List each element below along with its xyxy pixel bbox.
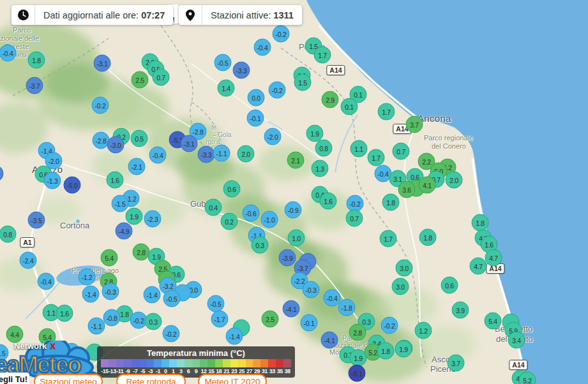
station-marker[interactable]: -1.2: [79, 269, 96, 286]
station-marker[interactable]: 1.1: [351, 140, 368, 158]
station-marker[interactable]: -0.9: [285, 202, 302, 219]
station-marker[interactable]: -1.5: [112, 195, 129, 212]
station-marker[interactable]: 4.1: [419, 177, 436, 194]
station-marker[interactable]: -0.2: [92, 97, 109, 114]
station-marker[interactable]: 4.7: [485, 249, 502, 267]
station-marker[interactable]: 1.6: [320, 193, 337, 210]
station-marker[interactable]: -0.2: [273, 26, 290, 43]
station-marker[interactable]: 1.5: [294, 74, 312, 91]
station-marker[interactable]: 0.8: [315, 140, 333, 157]
station-marker[interactable]: 0.7: [153, 69, 170, 86]
station-marker[interactable]: -3.5: [28, 212, 45, 229]
footer-button-meteo-it-2020[interactable]: Meteo IT 2020: [198, 374, 267, 384]
station-marker[interactable]: 1.9: [350, 350, 367, 367]
station-marker[interactable]: 1.0: [288, 230, 305, 247]
footer-button-stazioni-meteo[interactable]: Stazioni meteo: [34, 374, 103, 384]
station-marker[interactable]: 2.5: [132, 71, 149, 89]
station-marker[interactable]: 5.4: [101, 249, 118, 267]
station-marker[interactable]: -8.1: [349, 365, 366, 382]
station-marker[interactable]: -2.4: [20, 252, 37, 269]
station-marker[interactable]: 1.8: [419, 229, 437, 246]
station-marker[interactable]: -0.1: [301, 314, 318, 332]
scegli-tu-button[interactable]: Scegli Tu!: [0, 373, 29, 384]
station-marker[interactable]: -0.5: [207, 295, 225, 313]
station-marker[interactable]: 3.7: [406, 116, 423, 133]
station-marker[interactable]: 1.4: [218, 80, 235, 97]
station-marker[interactable]: -1.7: [211, 311, 229, 328]
station-marker[interactable]: 1.8: [472, 214, 489, 232]
station-marker[interactable]: -0.3: [102, 283, 119, 300]
station-marker[interactable]: -1.3: [44, 172, 61, 189]
station-marker[interactable]: 0.1: [341, 98, 358, 115]
station-marker[interactable]: -1.0: [261, 211, 278, 228]
station-marker[interactable]: 1.2: [415, 322, 432, 339]
station-marker[interactable]: -1.1: [88, 318, 105, 335]
station-marker[interactable]: -0.3: [303, 281, 320, 299]
station-marker[interactable]: 2.1: [287, 152, 305, 169]
station-marker[interactable]: 2.0: [446, 172, 463, 189]
station-marker[interactable]: 2.8: [349, 324, 366, 341]
station-marker[interactable]: 1.7: [368, 149, 385, 166]
station-marker[interactable]: 3.4: [508, 332, 525, 349]
station-marker[interactable]: 1.6: [107, 172, 124, 189]
station-marker[interactable]: -4.9: [116, 223, 133, 240]
station-marker[interactable]: -4.1: [321, 332, 338, 349]
station-marker[interactable]: -1.4: [144, 286, 161, 304]
station-marker[interactable]: -0.5: [163, 290, 181, 307]
station-marker[interactable]: -0.2: [381, 317, 398, 334]
station-marker[interactable]: 1.3: [312, 160, 329, 177]
station-marker[interactable]: 2.9: [322, 91, 339, 108]
station-marker[interactable]: 5.4: [485, 313, 502, 330]
station-marker[interactable]: 1.8: [382, 194, 400, 211]
station-marker[interactable]: -2.1: [128, 158, 146, 175]
station-marker[interactable]: 1.9: [126, 208, 143, 225]
station-marker[interactable]: 0.3: [145, 313, 162, 330]
station-marker[interactable]: -3.3: [233, 62, 250, 79]
station-marker[interactable]: 0.3: [252, 237, 269, 254]
station-marker[interactable]: 1.7: [314, 47, 331, 64]
station-marker[interactable]: -3.9: [279, 249, 296, 267]
station-marker[interactable]: -5.0: [64, 177, 81, 194]
station-marker[interactable]: 1.8: [377, 343, 395, 360]
station-marker[interactable]: 3.9: [452, 302, 469, 319]
station-marker[interactable]: 4.7: [470, 258, 487, 275]
station-marker[interactable]: -0.4: [254, 39, 271, 56]
station-marker[interactable]: -0.2: [163, 325, 180, 343]
station-marker[interactable]: 0.6: [441, 277, 458, 294]
station-marker[interactable]: -1.4: [82, 286, 100, 303]
station-marker[interactable]: -0.5: [215, 54, 232, 71]
station-marker[interactable]: -3.0: [107, 137, 124, 154]
footer-button-rete-rotonda[interactable]: Rete rotonda: [116, 374, 186, 384]
station-marker[interactable]: 3.6: [398, 181, 416, 198]
station-marker[interactable]: -1.4: [226, 328, 243, 345]
station-marker[interactable]: -3.1: [94, 55, 111, 72]
station-marker[interactable]: 3.0: [392, 278, 409, 295]
station-marker[interactable]: 3.7: [448, 355, 465, 372]
station-marker[interactable]: -2.0: [264, 128, 282, 145]
station-marker[interactable]: 1.7: [378, 103, 395, 121]
station-marker[interactable]: 3.0: [396, 260, 413, 277]
station-marker[interactable]: -0.6: [243, 205, 260, 222]
station-marker[interactable]: 1.8: [28, 52, 45, 69]
station-marker[interactable]: 1.7: [380, 230, 397, 247]
station-marker[interactable]: 2.5: [262, 311, 279, 328]
station-marker[interactable]: -0.4: [149, 147, 167, 164]
station-marker[interactable]: -3.3: [198, 146, 215, 163]
station-marker[interactable]: 2.8: [133, 244, 150, 261]
station-marker[interactable]: -0.1: [247, 110, 264, 127]
station-marker[interactable]: -0.8: [103, 309, 121, 327]
station-marker[interactable]: -1.8: [338, 299, 356, 316]
station-marker[interactable]: 1.6: [56, 305, 73, 322]
station-marker[interactable]: -3.1: [181, 135, 198, 152]
station-marker[interactable]: -2.3: [144, 210, 162, 228]
station-marker[interactable]: -0.4: [38, 273, 55, 290]
station-marker[interactable]: 2.0: [237, 145, 255, 163]
station-marker[interactable]: -0.2: [269, 82, 286, 99]
station-marker[interactable]: 0.2: [221, 213, 238, 230]
station-marker[interactable]: 0.6: [223, 181, 241, 198]
station-marker[interactable]: 0.7: [393, 143, 410, 160]
station-marker[interactable]: 0.4: [205, 199, 222, 216]
station-marker[interactable]: -4.1: [283, 300, 300, 318]
station-marker[interactable]: 0.5: [131, 130, 148, 147]
station-marker[interactable]: -3.7: [26, 77, 43, 94]
